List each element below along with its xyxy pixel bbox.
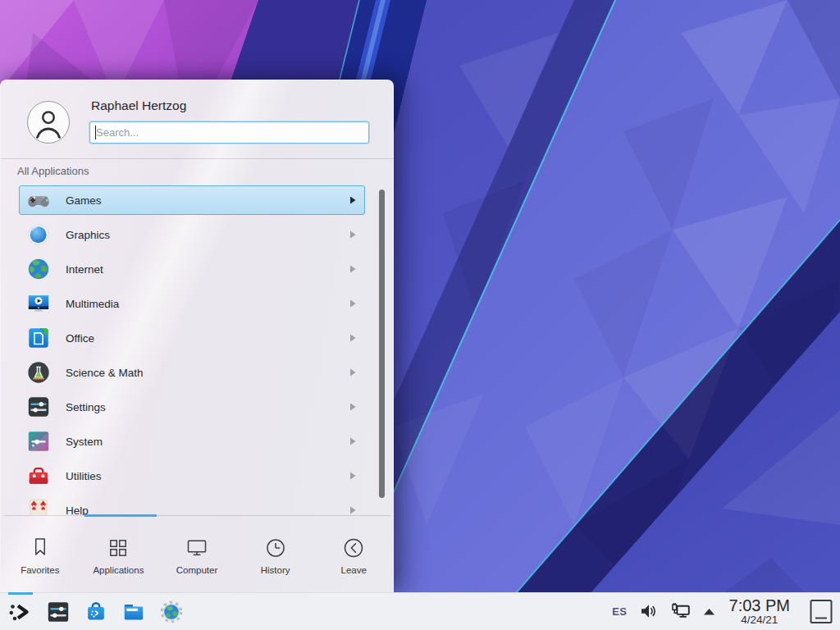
active-tab-indicator xyxy=(84,514,157,517)
category-label: Graphics xyxy=(66,229,349,241)
system-settings-button[interactable] xyxy=(45,599,71,625)
user-icon xyxy=(28,101,69,144)
paint-sphere-icon xyxy=(26,222,51,247)
flask-icon xyxy=(26,360,51,385)
network-icon[interactable] xyxy=(670,600,692,623)
category-internet[interactable]: Internet xyxy=(19,254,365,284)
monitor-play-icon xyxy=(26,291,51,316)
tab-label: Computer xyxy=(176,565,218,575)
submenu-arrow-icon xyxy=(349,403,356,411)
folder-icon xyxy=(121,600,146,624)
category-list: Games Graphics xyxy=(1,185,393,515)
category-graphics[interactable]: Graphics xyxy=(19,220,365,249)
category-utilities[interactable]: Utilities xyxy=(19,461,365,491)
category-science-math[interactable]: Science & Math xyxy=(19,358,365,387)
discover-bag-icon xyxy=(84,600,108,624)
volume-icon[interactable] xyxy=(638,600,660,622)
tab-computer[interactable]: Computer xyxy=(158,518,236,593)
computer-icon xyxy=(185,536,208,559)
category-label: Utilities xyxy=(66,470,349,482)
category-games[interactable]: Games xyxy=(19,185,365,215)
submenu-arrow-icon xyxy=(349,196,356,204)
submenu-arrow-icon xyxy=(349,231,356,239)
tab-label: Favorites xyxy=(21,565,59,575)
sliders-icon xyxy=(26,395,51,419)
category-label: System xyxy=(66,436,349,448)
toolbox-icon xyxy=(26,463,51,488)
expand-tray-icon[interactable] xyxy=(703,607,715,616)
digital-clock[interactable]: 7:03 PM 4/24/21 xyxy=(729,597,790,626)
category-label: Games xyxy=(66,194,349,207)
keyboard-layout-indicator[interactable]: ES xyxy=(612,605,627,618)
tab-history[interactable]: History xyxy=(236,518,315,593)
text-caret xyxy=(95,126,96,139)
discover-button[interactable] xyxy=(83,599,109,625)
category-settings[interactable]: Settings xyxy=(19,392,365,422)
category-office[interactable]: Office xyxy=(19,323,365,353)
submenu-arrow-icon xyxy=(349,368,356,377)
gamepad-icon xyxy=(26,188,51,212)
submenu-arrow-icon xyxy=(349,437,356,445)
category-label: Settings xyxy=(66,401,349,413)
system-sliders-icon xyxy=(26,429,51,454)
bookmark-icon xyxy=(29,536,52,559)
desktop: Raphael Hertzog All Applications xyxy=(0,0,840,630)
category-multimedia[interactable]: Multimedia xyxy=(19,289,365,318)
category-label: Office xyxy=(66,332,349,345)
tab-favorites[interactable]: Favorites xyxy=(1,518,80,593)
header-divider xyxy=(1,158,393,159)
clock-time: 7:03 PM xyxy=(729,597,790,614)
taskbar-launchers xyxy=(0,599,185,625)
section-label: All Applications xyxy=(17,165,89,177)
user-avatar[interactable] xyxy=(27,101,70,144)
application-launcher-menu: Raphael Hertzog All Applications xyxy=(0,80,394,592)
system-settings-icon xyxy=(46,600,71,624)
category-label: Science & Math xyxy=(66,367,349,379)
tab-label: Leave xyxy=(341,565,367,575)
globe-icon xyxy=(26,257,51,281)
show-desktop-button[interactable] xyxy=(809,598,833,625)
help-arrows-icon xyxy=(26,498,51,515)
submenu-arrow-icon xyxy=(349,506,356,514)
submenu-arrow-icon xyxy=(349,472,356,480)
footer-divider xyxy=(4,515,391,516)
web-browser-button[interactable] xyxy=(158,599,185,625)
browser-globe-gear-icon xyxy=(159,600,184,624)
category-label: Multimedia xyxy=(66,298,349,310)
submenu-arrow-icon xyxy=(349,299,356,308)
clock-date: 4/24/21 xyxy=(741,614,778,626)
tab-applications[interactable]: Applications xyxy=(80,518,158,593)
app-grid-icon xyxy=(107,536,130,559)
category-label: Internet xyxy=(66,263,349,276)
leave-icon xyxy=(342,536,365,559)
launcher-tab-bar: Favorites Applications Computer xyxy=(1,518,393,593)
application-launcher-button[interactable] xyxy=(7,599,34,625)
taskbar-panel: ES 7:03 PM 4/24/21 xyxy=(0,592,840,630)
file-manager-button[interactable] xyxy=(121,599,147,625)
tab-label: History xyxy=(261,565,290,575)
tab-label: Applications xyxy=(93,565,144,575)
category-help[interactable]: Help xyxy=(19,495,365,515)
submenu-arrow-icon xyxy=(349,265,356,273)
user-name: Raphael Hertzog xyxy=(91,98,186,113)
document-icon xyxy=(26,326,51,350)
kde-launcher-icon xyxy=(7,599,34,625)
list-scrollbar[interactable] xyxy=(379,189,385,498)
category-system[interactable]: System xyxy=(19,427,365,456)
submenu-arrow-icon xyxy=(349,334,356,342)
history-clock-icon xyxy=(264,536,287,559)
tab-leave[interactable]: Leave xyxy=(314,518,393,593)
search-input[interactable] xyxy=(89,121,369,144)
system-tray: ES 7:03 PM 4/24/21 xyxy=(612,597,840,626)
category-label: Help xyxy=(66,504,349,516)
launcher-header: Raphael Hertzog xyxy=(1,80,393,158)
